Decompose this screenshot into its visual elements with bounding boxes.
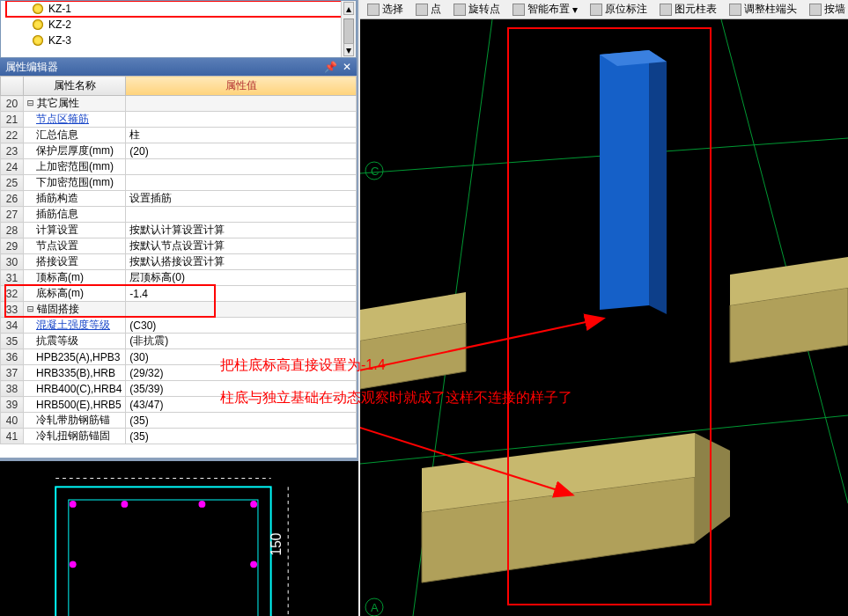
axis-label-a: A [371,601,379,614]
property-row[interactable]: 21节点区箍筋 [1,112,357,128]
property-row[interactable]: 24上加密范围(mm) [1,159,357,175]
gear-icon [33,35,43,46]
svg-point-2 [70,501,77,508]
annotation-text-2: 柱底与独立基础在动态观察时就成了这样不连接的样子了 [220,389,572,407]
gear-icon [33,4,43,14]
collapse-icon[interactable]: ⊟ [27,303,33,315]
column-kz1[interactable] [600,50,667,314]
close-icon[interactable]: ✕ [343,61,351,73]
row-number: 26 [1,191,24,207]
dim-text: 150 [269,532,284,555]
property-name: HRB335(B),HRB [24,365,126,381]
viewport-canvas[interactable]: C A [360,19,848,616]
collapse-icon[interactable]: ⊟ [27,97,33,109]
property-value[interactable]: 按默认节点设置计算 [126,238,357,254]
property-name: HRB500(E),HRB5 [24,397,126,413]
property-name: ⊟其它属性 [24,96,126,112]
property-panel-title-bar: 属性编辑器 📌 ✕ [0,58,357,76]
property-value[interactable]: (35) [126,413,357,429]
property-row[interactable]: 29节点设置按默认节点设置计算 [1,238,357,254]
property-value[interactable] [126,302,357,318]
property-row[interactable]: 20⊟其它属性 [1,96,357,112]
toolbar-smart-place[interactable]: 智能布置 ▾ [512,2,578,17]
property-value[interactable] [126,96,357,112]
toolbar-by-wall[interactable]: 按墙 [809,2,845,17]
property-value[interactable]: (35) [126,429,357,444]
table-icon [660,4,672,16]
property-row[interactable]: 26插筋构造设置插筋 [1,191,357,207]
property-name: 插筋构造 [24,191,126,207]
property-row[interactable]: 27插筋信息 [1,207,357,223]
property-name: HPB235(A),HPB3 [24,349,126,365]
property-row[interactable]: 41冷轧扭钢筋锚固(35) [1,429,357,444]
svg-point-5 [250,501,257,508]
property-name: 下加密范围(mm) [24,175,126,191]
property-name: 冷轧带肋钢筋锚 [24,413,126,429]
row-number: 41 [1,429,24,444]
row-number: 21 [1,112,24,128]
row-number: 29 [1,238,24,254]
property-value[interactable]: (C30) [126,318,357,334]
property-value[interactable]: 设置插筋 [126,191,357,207]
tree-item-label: KZ-2 [48,18,71,31]
row-number: 34 [1,318,24,334]
property-value[interactable]: 柱 [126,128,357,143]
property-row[interactable]: 28计算设置按默认计算设置计算 [1,223,357,238]
property-value[interactable]: 按默认搭接设置计算 [126,254,357,270]
property-value[interactable]: (20) [126,143,357,159]
toolbar-inplace-label[interactable]: 原位标注 [590,2,647,17]
toolbar-adjust-end[interactable]: 调整柱端头 [729,2,797,17]
property-value[interactable] [126,112,357,128]
property-value[interactable] [126,207,357,223]
property-row[interactable]: 35抗震等级(非抗震) [1,334,357,349]
property-value[interactable]: 层顶标高(0) [126,270,357,286]
row-number: 27 [1,207,24,223]
scroll-thumb[interactable] [343,18,354,45]
row-number: 30 [1,254,24,270]
tree-scrollbar[interactable]: ▴ ▾ [341,1,356,57]
scroll-up-icon[interactable]: ▴ [343,2,354,15]
row-number: 20 [1,96,24,112]
adjust-icon [729,4,741,16]
wall-icon [809,4,822,16]
rotate-icon [453,4,466,16]
property-row[interactable]: 34混凝土强度等级(C30) [1,318,357,334]
scroll-down-icon[interactable]: ▾ [343,43,354,56]
property-value[interactable]: 按默认计算设置计算 [126,223,357,238]
property-name: 搭接设置 [24,254,126,270]
property-value[interactable]: (非抗震) [126,334,357,349]
tree-item-kz1[interactable]: KZ-1 [6,1,350,17]
property-row[interactable]: 23保护层厚度(mm)(20) [1,143,357,159]
svg-point-7 [250,561,257,568]
property-name: 抗震等级 [24,334,126,349]
tree-item-kz3[interactable]: KZ-3 [6,33,350,48]
property-name: HRB400(C),HRB4 [24,381,126,397]
toolbar-rotate-point[interactable]: 旋转点 [453,2,500,17]
property-row[interactable]: 30搭接设置按默认搭接设置计算 [1,254,357,270]
property-row[interactable]: 22汇总信息柱 [1,128,357,143]
value-header: 属性值 [126,77,357,96]
tree-item-label: KZ-1 [48,3,71,15]
property-value[interactable] [126,175,357,191]
property-row[interactable]: 31顶标高(m)层顶标高(0) [1,270,357,286]
property-row[interactable]: 32底标高(m)-1.4 [1,286,357,302]
foundation-2 [730,257,848,363]
toolbar-column-table[interactable]: 图元柱表 [660,2,717,17]
property-row[interactable]: 33⊟锚固搭接 [1,302,357,318]
toolbar-select[interactable]: 选择 [367,2,403,17]
property-value[interactable]: -1.4 [126,286,357,302]
property-name: 顶标高(m) [24,270,126,286]
toolbar-point[interactable]: 点 [416,2,441,17]
tree-item-kz2[interactable]: KZ-2 [6,17,350,33]
property-name: 混凝土强度等级 [24,318,126,334]
tree-item-label: KZ-3 [48,34,71,47]
property-name: 汇总信息 [24,128,126,143]
panel-title-text: 属性编辑器 [5,60,58,75]
property-value[interactable] [126,159,357,175]
property-row[interactable]: 40冷轧带肋钢筋锚(35) [1,413,357,429]
pin-icon[interactable]: 📌 [324,61,337,73]
row-number: 31 [1,270,24,286]
3d-viewport[interactable]: 选择 点 旋转点 智能布置 ▾ 原位标注 图元柱表 调整柱端头 按墙 [360,0,848,616]
property-row[interactable]: 25下加密范围(mm) [1,175,357,191]
viewport-toolbar: 选择 点 旋转点 智能布置 ▾ 原位标注 图元柱表 调整柱端头 按墙 [360,0,848,19]
